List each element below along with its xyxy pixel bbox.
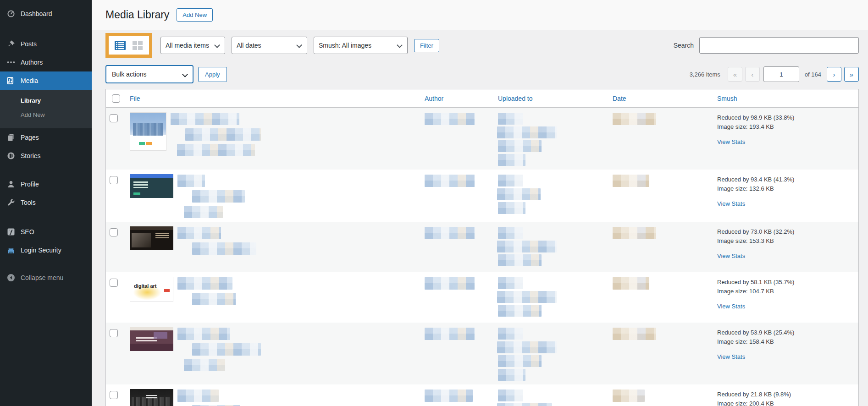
row-checkbox[interactable]: [110, 228, 118, 236]
main-content: Media Library Add New: [92, 0, 868, 406]
view-stats-link[interactable]: View Stats: [717, 252, 745, 261]
next-page-button[interactable]: ›: [827, 67, 841, 82]
list-view-icon: [114, 40, 126, 51]
thumbnail-text: [130, 174, 173, 180]
redacted-text-block: [498, 140, 542, 152]
sidebar-item-dashboard[interactable]: Dashboard: [0, 5, 92, 23]
table-row: Reduced by 98.9 KB (33.8%) Image size: 1…: [106, 108, 858, 170]
apply-button[interactable]: Apply: [198, 67, 227, 82]
smush-reduced-text: Reduced by 98.9 KB (33.8%): [717, 113, 851, 122]
column-header-date[interactable]: Date: [609, 95, 713, 102]
redacted-text-block: [184, 206, 223, 218]
redacted-text-block: [498, 328, 523, 340]
redacted-author: [425, 227, 475, 239]
redacted-uploaded-to: [494, 226, 609, 266]
dashboard-icon: [6, 9, 16, 18]
row-checkbox[interactable]: [110, 391, 118, 399]
redacted-text-block: [497, 241, 557, 252]
column-header-author[interactable]: Author: [421, 95, 494, 102]
table-body: Reduced by 98.9 KB (33.8%) Image size: 1…: [106, 108, 858, 406]
row-checkbox[interactable]: [110, 279, 118, 287]
grid-view-icon: [132, 40, 144, 51]
submenu-item-library[interactable]: Library: [0, 93, 92, 108]
media-submenu: LibraryAdd New: [0, 90, 92, 128]
media-thumbnail[interactable]: [130, 112, 166, 151]
table-row: Reduced by 93.4 KB (41.3%) Image size: 1…: [106, 170, 858, 222]
media-thumbnail[interactable]: [130, 174, 173, 198]
sidebar-item-label: Tools: [21, 199, 36, 206]
column-header-file[interactable]: File: [126, 95, 421, 102]
redacted-author: [425, 328, 475, 340]
view-stats-link[interactable]: View Stats: [717, 352, 745, 362]
search-input[interactable]: [699, 37, 859, 54]
view-stats-link[interactable]: View Stats: [717, 137, 745, 147]
redacted-filename: [177, 389, 240, 406]
thumbnail-text: digital art: [130, 277, 173, 289]
date-filter-select[interactable]: All dates: [232, 37, 307, 54]
smush-size-text: Image size: 193.4 KB: [717, 122, 851, 132]
redacted-text-block: [177, 277, 232, 290]
page-title: Media Library: [105, 10, 169, 20]
column-header-uploaded-to[interactable]: Uploaded to: [494, 95, 609, 102]
redacted-text-block: [171, 113, 239, 125]
sidebar-item-tools[interactable]: Tools: [0, 193, 92, 212]
redacted-text-block: [498, 355, 542, 367]
total-pages-label: of 164: [805, 71, 821, 78]
select-all-checkbox[interactable]: [112, 94, 120, 103]
redacted-date: [613, 227, 656, 239]
media-thumbnail[interactable]: [130, 226, 173, 250]
column-header-smush[interactable]: Smush: [713, 95, 858, 102]
chevron-down-icon: [296, 42, 302, 48]
view-stats-link[interactable]: View Stats: [717, 302, 745, 311]
sidebar-item-collapse[interactable]: Collapse menu: [0, 269, 92, 287]
redacted-text-block: [177, 227, 221, 239]
bulk-actions-select[interactable]: Bulk actions: [105, 65, 194, 83]
admin-sidebar: DashboardPostsAuthorsMediaLibraryAdd New…: [0, 0, 92, 406]
row-checkbox[interactable]: [110, 329, 118, 337]
sidebar-item-profile[interactable]: Profile: [0, 175, 92, 193]
redacted-author: [425, 390, 473, 402]
prev-page-button[interactable]: ‹: [745, 67, 760, 82]
redacted-filename: [177, 277, 236, 305]
first-page-button[interactable]: «: [728, 67, 742, 82]
media-thumbnail[interactable]: digital art: [130, 277, 173, 302]
redacted-text-block: [497, 126, 557, 138]
filter-toolbar: All media items All dates Smush: All ima…: [92, 30, 868, 58]
sidebar-item-seo[interactable]: SEO: [0, 223, 92, 241]
media-type-filter-select[interactable]: All media items: [160, 37, 225, 54]
bulk-actions-value: Bulk actions: [112, 71, 146, 78]
chevron-down-icon: [182, 71, 188, 77]
row-checkbox[interactable]: [110, 176, 118, 184]
sidebar-item-posts[interactable]: Posts: [0, 35, 92, 53]
add-new-button[interactable]: Add New: [177, 8, 213, 22]
media-thumbnail[interactable]: [130, 327, 173, 351]
sidebar-item-pages[interactable]: Pages: [0, 128, 92, 147]
current-page-input[interactable]: [763, 66, 799, 82]
list-view-button[interactable]: [114, 40, 126, 51]
grid-view-button[interactable]: [132, 40, 144, 51]
view-stats-link[interactable]: View Stats: [717, 199, 745, 208]
redacted-text-block: [498, 175, 523, 187]
smush-filter-select[interactable]: Smush: All images: [314, 37, 408, 54]
thumbnail-text: [130, 226, 173, 232]
sidebar-item-login-security[interactable]: Login Security: [0, 241, 92, 259]
redacted-text-block: [498, 369, 525, 381]
redacted-date: [613, 390, 645, 402]
thumbnail-text: [130, 389, 173, 395]
redacted-text-block: [497, 341, 557, 353]
redacted-text-block: [498, 305, 542, 317]
smush-size-text: Image size: 153.3 KB: [717, 236, 851, 246]
last-page-button[interactable]: »: [844, 67, 859, 82]
sidebar-item-stories[interactable]: Stories: [0, 147, 92, 165]
row-checkbox[interactable]: [110, 114, 118, 122]
fortress-icon: [6, 246, 16, 255]
yoast-icon: [6, 227, 16, 236]
sidebar-item-media[interactable]: Media: [0, 71, 92, 90]
submenu-item-add-new[interactable]: Add New: [0, 108, 92, 122]
sidebar-item-authors[interactable]: Authors: [0, 53, 92, 71]
redacted-text-block: [177, 390, 219, 402]
smush-reduced-text: Reduced by 21.8 KB (9.8%): [717, 390, 851, 399]
filter-button[interactable]: Filter: [414, 39, 439, 52]
media-thumbnail[interactable]: [130, 389, 173, 406]
redacted-filename: [177, 226, 256, 255]
